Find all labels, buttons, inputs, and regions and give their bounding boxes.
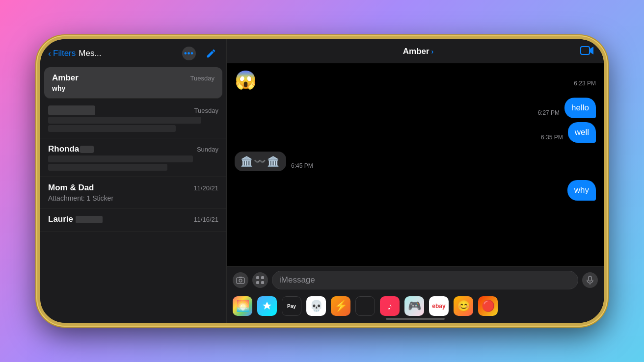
message-time-4: 6:45 PM bbox=[291, 162, 313, 169]
message-time-rhonda: Sunday bbox=[197, 146, 218, 153]
header-left: ‹ Filters Mes... bbox=[48, 49, 102, 59]
message-time-1: 6:23 PM bbox=[574, 80, 596, 87]
back-arrow-icon[interactable]: ‹ bbox=[48, 49, 51, 59]
message-bubble-well: well bbox=[568, 122, 596, 143]
svg-rect-5 bbox=[261, 276, 264, 279]
conversation-item-blurred1[interactable]: ████████ Tuesday bbox=[40, 100, 226, 138]
chat-contact-name[interactable]: Amber › bbox=[403, 47, 434, 56]
compose-icon bbox=[206, 48, 216, 59]
chat-chevron-icon: › bbox=[431, 48, 434, 55]
home-indicator-area bbox=[227, 320, 604, 323]
conversation-header: Amber Tuesday bbox=[52, 73, 215, 83]
message-preview-rhonda bbox=[48, 155, 193, 162]
chat-header: Amber › bbox=[227, 39, 604, 63]
conversation-item-laurie[interactable]: Laurie ██████ 11/16/21 bbox=[40, 208, 226, 232]
contact-name-blurred1: ████████ bbox=[48, 105, 95, 115]
app-icon-ebay[interactable]: ebay bbox=[429, 296, 449, 316]
header-icons: ••• bbox=[182, 46, 218, 61]
message-bubble-why: why bbox=[567, 180, 596, 201]
svg-rect-4 bbox=[256, 276, 259, 279]
message-bubble-hello: hello bbox=[564, 98, 596, 118]
apps-button[interactable] bbox=[252, 272, 268, 288]
app-icon-face[interactable]: 😊 bbox=[454, 296, 473, 316]
conversation-header-momdad: Mom & Dad 11/20/21 bbox=[48, 183, 218, 193]
message-time-momdad: 11/20/21 bbox=[193, 184, 218, 192]
app-icon-applepay[interactable]: Pay bbox=[282, 296, 301, 316]
video-icon bbox=[580, 45, 594, 56]
svg-point-2 bbox=[239, 279, 242, 282]
compose-button[interactable] bbox=[204, 46, 218, 61]
chat-messages: 😱 6:23 PM 6:27 PM hello 6:35 PM well bbox=[227, 63, 604, 266]
svg-rect-6 bbox=[256, 281, 259, 284]
message-row-emoji: 😱 6:23 PM bbox=[235, 71, 596, 89]
message-preview-b1-2 bbox=[48, 125, 176, 132]
message-row-sticker: 🏛️〰️🏛️ 6:45 PM bbox=[235, 152, 596, 171]
svg-rect-0 bbox=[581, 47, 590, 54]
app-icon-appstore[interactable] bbox=[257, 296, 277, 316]
message-time-2: 6:27 PM bbox=[537, 109, 560, 116]
conversation-header-b1: ████████ Tuesday bbox=[48, 105, 218, 115]
emoji-content: 😱 bbox=[235, 70, 257, 90]
message-input[interactable]: iMessage bbox=[272, 271, 578, 289]
app-icon-apple[interactable] bbox=[355, 296, 375, 316]
message-input-placeholder: iMessage bbox=[279, 275, 315, 284]
video-call-button[interactable] bbox=[580, 45, 594, 58]
camera-button[interactable] bbox=[233, 272, 248, 288]
audio-icon bbox=[586, 276, 594, 284]
chat-bottom: iMessage 🌅 bbox=[227, 266, 604, 323]
message-preview-amber: why bbox=[52, 84, 215, 92]
header-title: Mes... bbox=[79, 49, 101, 58]
input-row: iMessage bbox=[227, 267, 604, 293]
phone-content: ‹ Filters Mes... ••• bbox=[40, 39, 604, 323]
app-drawer: 🌅 Pay 💀 ⚡ ♪ 🎮 ebay 😊 🔴 bbox=[227, 293, 604, 320]
message-time-amber: Tuesday bbox=[190, 75, 215, 82]
message-preview-rhonda-2 bbox=[48, 164, 167, 171]
svg-rect-7 bbox=[261, 281, 264, 284]
app-icon-skull[interactable]: 💀 bbox=[306, 296, 326, 316]
apps-icon bbox=[256, 276, 265, 284]
message-preview-momdad: Attachment: 1 Sticker bbox=[48, 194, 218, 202]
conversation-header-rhonda: Rhonda███ Sunday bbox=[48, 144, 218, 154]
app-icon-more[interactable]: 🔴 bbox=[478, 296, 498, 316]
filters-button[interactable]: Filters bbox=[53, 49, 76, 58]
svg-rect-8 bbox=[589, 276, 591, 281]
audio-button[interactable] bbox=[582, 272, 598, 288]
app-icon-overwatch[interactable]: ⚡ bbox=[331, 296, 350, 316]
home-indicator bbox=[386, 318, 445, 320]
phone-frame: ‹ Filters Mes... ••• bbox=[37, 36, 607, 326]
message-time-b1: Tuesday bbox=[194, 107, 218, 114]
message-time-laurie: 11/16/21 bbox=[193, 216, 218, 223]
message-bubble-sticker: 🏛️〰️🏛️ bbox=[235, 152, 286, 171]
message-row-hello: 6:27 PM hello bbox=[235, 98, 596, 118]
message-bubble-emoji: 😱 bbox=[235, 71, 257, 89]
conversation-item-momdad[interactable]: Mom & Dad 11/20/21 Attachment: 1 Sticker bbox=[40, 177, 226, 208]
app-icon-game[interactable]: 🎮 bbox=[404, 296, 424, 316]
message-time-3: 6:35 PM bbox=[541, 134, 563, 141]
app-icon-music[interactable]: ♪ bbox=[380, 296, 400, 316]
appstore-icon bbox=[262, 301, 272, 311]
chat-name-text: Amber bbox=[403, 47, 429, 56]
message-row-well: 6:35 PM well bbox=[235, 122, 596, 143]
conversation-item-rhonda[interactable]: Rhonda███ Sunday bbox=[40, 138, 226, 177]
app-icon-photos[interactable]: 🌅 bbox=[233, 296, 252, 316]
ellipsis-icon: ••• bbox=[184, 49, 194, 58]
conversation-list: Amber Tuesday why ████████ Tuesday bbox=[40, 66, 226, 323]
svg-rect-3 bbox=[239, 277, 242, 278]
message-preview-b1 bbox=[48, 117, 201, 124]
message-row-why: why bbox=[235, 180, 596, 201]
conversation-item-amber[interactable]: Amber Tuesday why bbox=[44, 67, 222, 99]
contact-name-rhonda: Rhonda███ bbox=[48, 144, 94, 154]
chat-panel: Amber › 😱 6:23 PM bbox=[227, 39, 604, 323]
more-options-button[interactable]: ••• bbox=[182, 47, 196, 60]
camera-icon bbox=[236, 276, 245, 284]
contact-name-amber: Amber bbox=[52, 73, 79, 83]
sticker-icons: 🏛️〰️🏛️ bbox=[241, 155, 280, 167]
contact-name-momdad: Mom & Dad bbox=[48, 183, 94, 193]
conversation-header-laurie: Laurie ██████ 11/16/21 bbox=[48, 214, 218, 224]
list-header: ‹ Filters Mes... ••• bbox=[40, 39, 226, 66]
contact-name-laurie: Laurie ██████ bbox=[48, 214, 103, 224]
messages-list: ‹ Filters Mes... ••• bbox=[40, 39, 227, 323]
svg-rect-1 bbox=[237, 278, 244, 284]
